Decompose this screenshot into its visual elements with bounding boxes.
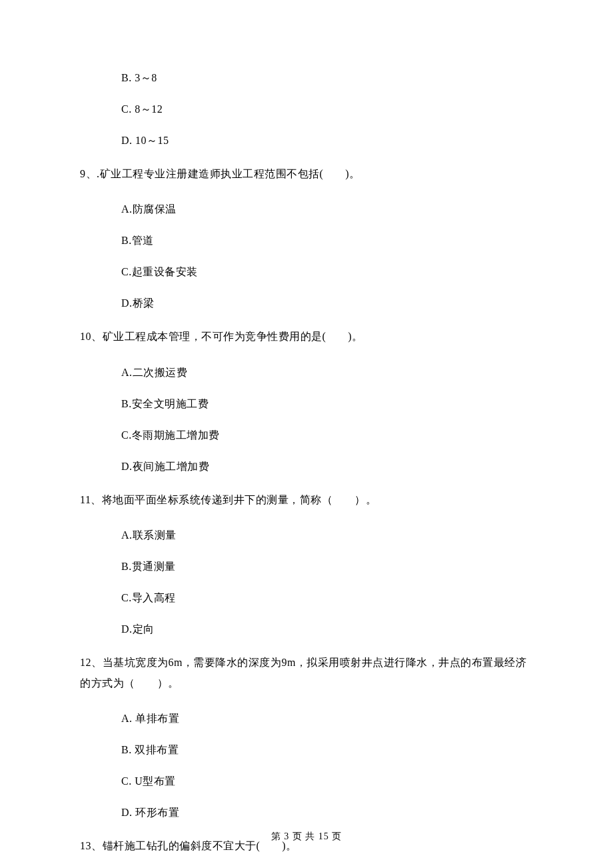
option-top-d: D. 10～15: [80, 133, 533, 149]
question-9-stem: 9、.矿业工程专业注册建造师执业工程范围不包括( )。: [80, 164, 533, 184]
question-11-option-a: A.联系测量: [80, 527, 533, 543]
question-9-option-c: C.起重设备安装: [80, 264, 533, 280]
page-footer: 第 3 页 共 15 页: [0, 831, 613, 843]
question-11-stem: 11、将地面平面坐标系统传递到井下的测量，简称（ ）。: [80, 490, 533, 510]
question-12-option-c: C. U型布置: [80, 773, 533, 789]
question-12-option-b: B. 双排布置: [80, 742, 533, 758]
question-10-option-c: C.冬雨期施工增加费: [80, 427, 533, 443]
question-11-option-c: C.导入高程: [80, 590, 533, 606]
question-9-option-b: B.管道: [80, 233, 533, 249]
question-12-stem: 12、当基坑宽度为6m，需要降水的深度为9m，拟采用喷射井点进行降水，井点的布置…: [80, 653, 533, 693]
question-11-option-d: D.定向: [80, 621, 533, 637]
question-12-option-d: D. 环形布置: [80, 805, 533, 821]
question-9-option-d: D.桥梁: [80, 295, 533, 311]
question-10-option-d: D.夜间施工增加费: [80, 459, 533, 475]
page-content: B. 3～8 C. 8～12 D. 10～15 9、.矿业工程专业注册建造师执业…: [0, 0, 613, 856]
question-12-option-a: A. 单排布置: [80, 711, 533, 727]
question-9-option-a: A.防腐保温: [80, 201, 533, 217]
question-10-option-a: A.二次搬运费: [80, 365, 533, 381]
question-10-option-b: B.安全文明施工费: [80, 396, 533, 412]
option-top-b: B. 3～8: [80, 70, 533, 86]
option-top-c: C. 8～12: [80, 101, 533, 117]
question-11-option-b: B.贯通测量: [80, 559, 533, 575]
question-10-stem: 10、矿业工程成本管理，不可作为竞争性费用的是( )。: [80, 327, 533, 347]
